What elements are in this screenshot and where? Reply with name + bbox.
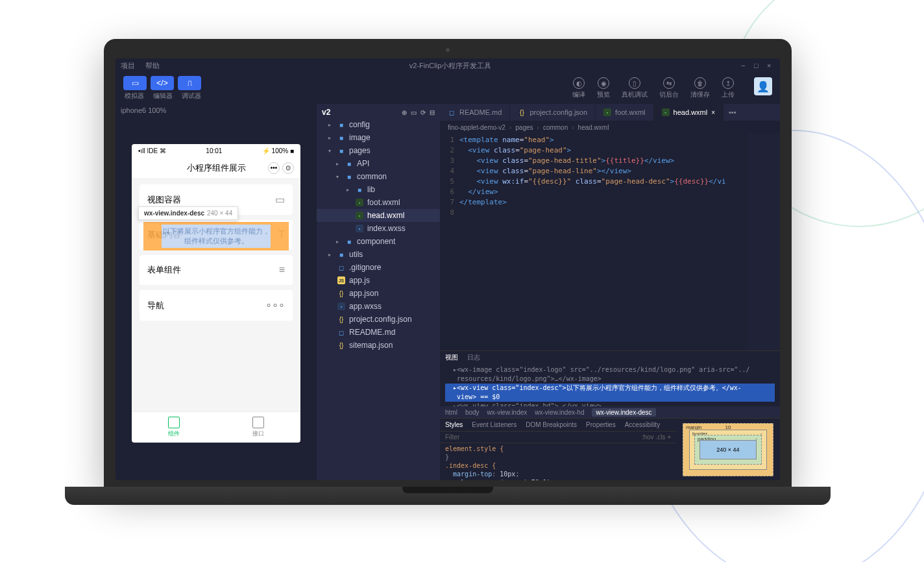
refresh-icon[interactable]: ⟳	[420, 109, 426, 116]
tree-file[interactable]: JSapp.js	[317, 274, 440, 287]
minimap[interactable]	[748, 134, 780, 350]
devtools: 视图 日志 ▸<wx-image class="index-logo" src=…	[440, 350, 780, 480]
clear-cache-button[interactable]: 🗑清缓存	[690, 77, 710, 99]
simulator-toggle[interactable]: ▭	[123, 76, 147, 90]
tree-file[interactable]: {}project.config.json	[317, 313, 440, 326]
editor-tab[interactable]: ▪foot.wxml	[596, 104, 653, 121]
compile-icon: ◐	[573, 77, 585, 89]
titlebar: 项目 帮助 v2-FinClip小程序开发工具 − □ ×	[116, 58, 780, 73]
compile-button[interactable]: ◐编译	[572, 77, 585, 99]
tree-file[interactable]: ▪app.wxss	[317, 300, 440, 313]
window-title: v2-FinClip小程序开发工具	[160, 61, 741, 71]
styles-tab[interactable]: Event Listeners	[472, 421, 517, 428]
styles-filter[interactable]: Filter	[445, 434, 459, 441]
laptop-frame: 项目 帮助 v2-FinClip小程序开发工具 − □ × ▭ </> ⎍	[97, 39, 798, 505]
tree-file[interactable]: ▪head.wxml	[317, 209, 440, 222]
tree-file[interactable]: {}app.json	[317, 287, 440, 300]
more-tabs-icon[interactable]: •••	[723, 108, 742, 116]
list-item[interactable]: 导航∘∘∘	[140, 290, 293, 321]
dom-crumb[interactable]: html	[445, 409, 457, 416]
tb-label: 编辑器	[153, 92, 173, 101]
dt-tab-console[interactable]: 日志	[467, 353, 480, 362]
upload-icon: ↥	[722, 77, 734, 89]
list-item[interactable]: 表单组件≡	[140, 255, 293, 285]
swap-icon: ⇆	[663, 77, 675, 89]
tree-folder[interactable]: ▾■common	[317, 170, 440, 183]
api-icon	[252, 417, 264, 428]
editor-tab[interactable]: ◻README.md	[440, 104, 510, 121]
camera-dot	[446, 48, 450, 52]
switch-backend-button[interactable]: ⇆切后台	[659, 77, 679, 99]
phone-status-bar: •ıll IDE ⌘ 10:01 ⚡ 100% ■	[132, 144, 300, 157]
breadcrumb-item[interactable]: head.wxml	[578, 124, 609, 131]
dom-crumb[interactable]: wx-view.index-hd	[535, 409, 584, 416]
component-icon	[168, 417, 180, 428]
editor-toggle[interactable]: </>	[151, 76, 174, 90]
styles-tab[interactable]: Properties	[586, 421, 616, 428]
editor-tab[interactable]: {}project.config.json	[510, 104, 596, 121]
menu-help[interactable]: 帮助	[145, 61, 160, 71]
minimize-icon[interactable]: −	[741, 62, 749, 69]
editor-tab[interactable]: ▪head.wxml×	[654, 104, 723, 121]
styles-toggles[interactable]: :hov .cls +	[642, 434, 671, 441]
tree-file[interactable]: ▪foot.wxml	[317, 196, 440, 209]
capsule-close-icon[interactable]: ⊙	[282, 162, 294, 174]
simulator-device-info: iphone6 100%	[116, 104, 317, 118]
styles-tab[interactable]: Accessibility	[625, 421, 660, 428]
close-icon[interactable]: ×	[767, 62, 775, 69]
editor-panel: ◻README.md{}project.config.json▪foot.wxm…	[440, 104, 780, 480]
avatar[interactable]: 👤	[754, 77, 772, 95]
simulator-panel: iphone6 100% •ıll IDE ⌘ 10:01 ⚡ 100% ■ 小…	[116, 104, 317, 480]
dom-crumb[interactable]: wx-view.index	[487, 409, 528, 416]
close-tab-icon[interactable]: ×	[711, 109, 715, 116]
tab-api[interactable]: 接口	[216, 412, 300, 443]
phone-frame: •ıll IDE ⌘ 10:01 ⚡ 100% ■ 小程序组件展示 ••• ⊙	[132, 144, 300, 443]
tree-folder[interactable]: ▸■lib	[317, 183, 440, 196]
tree-folder[interactable]: ▸■utils	[317, 248, 440, 261]
phone-icon: ▯	[629, 77, 640, 89]
preview-button[interactable]: ◉预览	[597, 77, 610, 99]
eye-icon: ◉	[598, 77, 609, 89]
code-editor[interactable]: 12345678 <template name="head"> <view cl…	[440, 134, 780, 350]
css-rules[interactable]: element.style {}.index-desc {</span> mar…	[440, 443, 676, 480]
upload-button[interactable]: ↥上传	[722, 77, 735, 99]
breadcrumb-item[interactable]: pages	[515, 124, 533, 131]
remote-debug-button[interactable]: ▯真机调试	[622, 77, 648, 99]
tab-component[interactable]: 组件	[132, 412, 216, 443]
collapse-icon[interactable]: ⊟	[430, 109, 435, 116]
tb-label: 模拟器	[125, 92, 144, 101]
breadcrumb-item[interactable]: fino-applet-demo-v2	[448, 124, 505, 131]
dom-crumb[interactable]: body	[465, 409, 480, 416]
tree-file[interactable]: {}sitemap.json	[317, 339, 440, 352]
toolbar: ▭ </> ⎍ 模拟器 编辑器 调试器 ◐编译 ◉预览 ▯真机调试 ⇆切后台	[116, 73, 780, 104]
tree-root[interactable]: v2	[322, 108, 330, 117]
tree-file[interactable]: ◻README.md	[317, 326, 440, 339]
breadcrumb-item[interactable]: common	[543, 124, 568, 131]
tree-folder[interactable]: ▸■component	[317, 235, 440, 248]
trash-icon: 🗑	[694, 77, 706, 89]
debugger-toggle[interactable]: ⎍	[178, 76, 201, 90]
tb-label: 调试器	[182, 92, 201, 101]
tree-folder[interactable]: ▸■image	[317, 131, 440, 144]
file-tree: v2 ⊕ ▭ ⟳ ⊟ ▸■config▸■image▾■pages▸■API▾■…	[317, 104, 440, 480]
editor-tabs: ◻README.md{}project.config.json▪foot.wxm…	[440, 104, 780, 121]
tree-folder[interactable]: ▸■API	[317, 157, 440, 170]
styles-tab[interactable]: Styles	[445, 421, 463, 428]
tree-file[interactable]: ◻.gitignore	[317, 261, 440, 274]
dt-tab-elements[interactable]: 视图	[445, 353, 458, 362]
maximize-icon[interactable]: □	[754, 62, 762, 69]
dom-breadcrumbs[interactable]: htmlbodywx-view.indexwx-view.index-hdwx-…	[440, 406, 780, 418]
tree-folder[interactable]: ▾■pages	[317, 144, 440, 157]
tree-file[interactable]: ▪index.wxss	[317, 222, 440, 235]
dom-crumb[interactable]: wx-view.index-desc	[592, 408, 655, 417]
tree-folder[interactable]: ▸■config	[317, 118, 440, 131]
breadcrumbs: fino-applet-demo-v2›pages›common›head.wx…	[440, 121, 780, 134]
box-model: margin10 border- padding- 240 × 44	[676, 419, 780, 480]
capsule-menu-icon[interactable]: •••	[268, 162, 280, 174]
menu-project[interactable]: 项目	[121, 61, 135, 71]
new-folder-icon[interactable]: ▭	[411, 109, 417, 116]
styles-tab[interactable]: DOM Breakpoints	[526, 421, 577, 428]
new-file-icon[interactable]: ⊕	[402, 109, 407, 116]
phone-nav-bar: 小程序组件展示 ••• ⊙	[132, 157, 300, 179]
dom-tree[interactable]: ▸<wx-image class="index-logo" src="../re…	[440, 364, 780, 406]
